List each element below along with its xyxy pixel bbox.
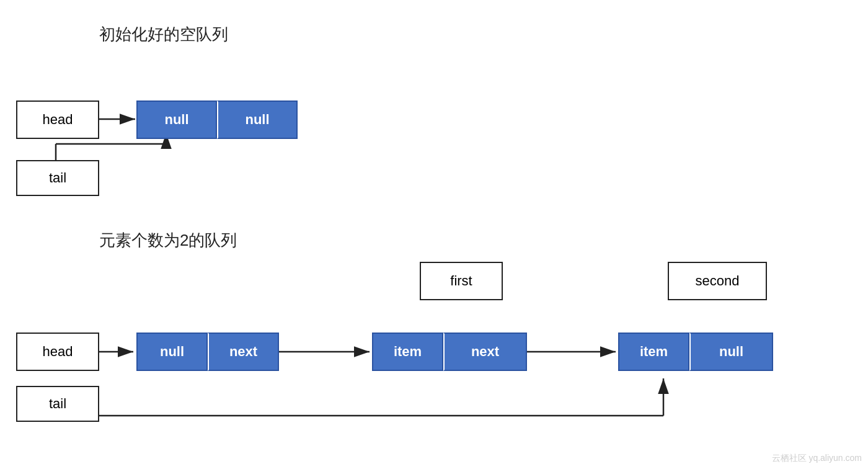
watermark: 云栖社区 yq.aliyun.com [772,453,862,464]
node1-right-1: null [217,100,298,139]
node2-left: null [136,333,208,371]
node3-right: next [443,333,527,371]
title1: 初始化好的空队列 [99,24,228,45]
node4-left: item [618,333,689,371]
title2: 元素个数为2的队列 [99,230,237,251]
tail-label-1: tail [16,160,99,196]
node3-left: item [372,333,443,371]
head-label-2: head [16,333,99,371]
first-label: first [420,262,503,300]
second-label: second [668,262,767,300]
head-label-1: head [16,100,99,139]
node4-right: null [689,333,773,371]
tail-label-2: tail [16,386,99,422]
node1-left-1: null [136,100,217,139]
node2-right: next [208,333,279,371]
